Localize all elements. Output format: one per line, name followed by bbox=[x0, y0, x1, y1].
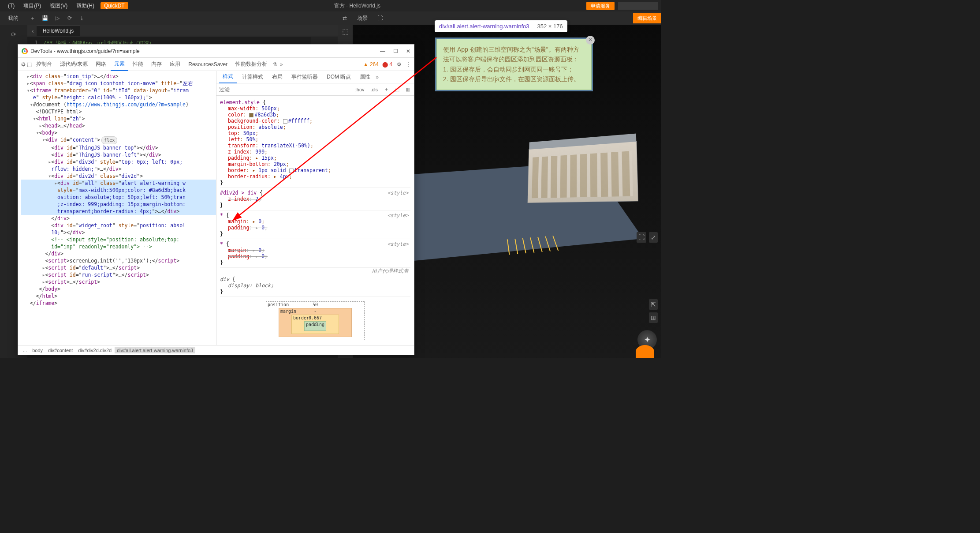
inspect-tooltip: div#all.alert.alert-warning.warninfo3 35… bbox=[435, 20, 567, 32]
hierarchy-icon[interactable]: ⛶ bbox=[374, 12, 386, 24]
window-title: 官方 - HelloWorld.js bbox=[128, 2, 586, 10]
styles-tab-styles[interactable]: 样式 bbox=[219, 71, 237, 83]
styles-tab-computed[interactable]: 计算样式 bbox=[238, 71, 267, 83]
avatar-area[interactable] bbox=[618, 2, 658, 10]
devtools-tabs: ⯐ ⬚ 控制台 源代码/来源 网络 元素 性能 内存 应用 ResourcesS… bbox=[18, 58, 414, 71]
tab-resourcessaver[interactable]: ResourcesSaver bbox=[185, 59, 231, 70]
styles-more-icon[interactable]: » bbox=[376, 74, 379, 80]
tab-console[interactable]: 控制台 bbox=[33, 58, 56, 71]
chat-bubble-icon[interactable] bbox=[636, 345, 654, 358]
scene-side-icons: ⇱ ⊞ bbox=[649, 299, 658, 323]
bc-div2d[interactable]: div#div2d.div2d bbox=[76, 347, 114, 353]
settings-icon[interactable]: ⇄ bbox=[339, 12, 351, 24]
warning-overlay: ✕ 使用 App 创建的三维空间称之为"场景"。有两种方法可以将客户端保存的园区… bbox=[436, 39, 592, 90]
tab-perf-insights[interactable]: 性能数据分析 bbox=[232, 58, 271, 71]
elements-panel[interactable]: ▸<div class="icon_tip">…</div> ▸<span cl… bbox=[18, 71, 216, 345]
editor-tab-bar: ‹ HelloWorld.js bbox=[27, 25, 338, 37]
devtools-titlebar[interactable]: DevTools - www.thingjs.com/guide/?m=samp… bbox=[18, 45, 414, 58]
refresh-icon[interactable]: ⟳ bbox=[0, 25, 27, 44]
close-window-icon[interactable]: ✕ bbox=[406, 48, 410, 54]
tab-network[interactable]: 网络 bbox=[92, 58, 110, 71]
menu-view[interactable]: 视图(V) bbox=[45, 2, 72, 10]
expand-icon[interactable]: ⛶ bbox=[637, 232, 646, 243]
more-icon[interactable]: ⋮ bbox=[406, 61, 411, 68]
devtools-window: DevTools - www.thingjs.com/guide/?m=samp… bbox=[18, 44, 414, 355]
computed-toggle-icon[interactable]: ⬚ bbox=[394, 86, 401, 92]
share-icon[interactable]: ⇱ bbox=[649, 299, 658, 310]
apply-service-button[interactable]: 申请服务 bbox=[586, 2, 615, 10]
cube-icon[interactable]: ⬚ bbox=[342, 27, 349, 36]
styles-filter-input[interactable] bbox=[219, 86, 350, 93]
styles-filter-bar: :hov .cls ＋ ⬚ ▥ bbox=[216, 83, 414, 96]
fullscreen-icon[interactable]: ⤢ bbox=[649, 232, 658, 243]
tab-memory[interactable]: 内存 bbox=[148, 58, 165, 71]
styles-tab-listeners[interactable]: 事件监听器 bbox=[288, 71, 321, 83]
cls-toggle[interactable]: .cls bbox=[369, 87, 380, 92]
elements-breadcrumb[interactable]: ... body div#content div#div2d.div2d div… bbox=[18, 345, 414, 355]
bc-body[interactable]: body bbox=[30, 347, 45, 353]
maximize-icon[interactable]: ☐ bbox=[393, 48, 398, 54]
styles-tab-layout[interactable]: 布局 bbox=[268, 71, 286, 83]
tab-performance[interactable]: 性能 bbox=[129, 58, 147, 71]
settings-gear-icon[interactable]: ⚙ bbox=[397, 61, 402, 68]
styles-tab-dom[interactable]: DOM 断点 bbox=[323, 71, 354, 83]
warning-badge[interactable]: ▲ 264 bbox=[363, 61, 379, 68]
building-model bbox=[528, 141, 638, 203]
tab-sources[interactable]: 源代码/来源 bbox=[56, 58, 91, 71]
bc-all[interactable]: div#all.alert.alert-warning.warninfo3 bbox=[115, 347, 195, 353]
chrome-icon bbox=[22, 48, 28, 54]
box-model[interactable]: position50 margin- border0.667 padding15 bbox=[220, 297, 410, 345]
device-icon[interactable]: ⬚ bbox=[27, 61, 32, 68]
styles-tabs: 样式 计算样式 布局 事件监听器 DOM 断点 属性 » bbox=[216, 71, 414, 83]
styles-tab-props[interactable]: 属性 bbox=[356, 71, 374, 83]
quickdt-badge[interactable]: QuickDT bbox=[101, 2, 128, 9]
error-badge[interactable]: ⬤ 4 bbox=[382, 61, 392, 68]
grid-icon[interactable]: ⊞ bbox=[649, 312, 658, 323]
top-menu-bar: (T) 项目(P) 视图(V) 帮助(H) QuickDT 官方 - Hello… bbox=[0, 0, 661, 11]
menu-project[interactable]: 项目(P) bbox=[19, 2, 45, 10]
inspect-dimensions: 352 × 176 bbox=[537, 23, 563, 30]
edit-scene-button[interactable]: 编辑场景 bbox=[633, 13, 661, 23]
flask-icon[interactable]: ⚗ bbox=[272, 61, 277, 68]
ua-stylesheet-label: 用户代理样式表 bbox=[220, 268, 410, 274]
tab-close-icon[interactable]: ‹ bbox=[29, 27, 37, 34]
more-tabs-icon[interactable]: » bbox=[278, 61, 285, 68]
editor-tab[interactable]: HelloWorld.js bbox=[37, 26, 80, 36]
save-icon[interactable]: 💾 bbox=[39, 12, 51, 24]
tab-elements[interactable]: 元素 bbox=[111, 57, 128, 71]
styles-panel: 样式 计算样式 布局 事件监听器 DOM 断点 属性 » :hov .cls ＋… bbox=[216, 71, 414, 345]
warn-p3: 2. 园区保存后导出tjs文件，在园区资源面板上传。 bbox=[443, 74, 585, 84]
styles-rules[interactable]: element.style { max-width: 500px; color:… bbox=[216, 96, 414, 345]
my-label[interactable]: 我的 bbox=[0, 15, 26, 22]
inspect-selector: div#all.alert.alert-warning.warninfo3 bbox=[439, 23, 529, 30]
devtools-title: DevTools - www.thingjs.com/guide/?m=samp… bbox=[30, 48, 140, 54]
minimize-icon[interactable]: — bbox=[380, 48, 385, 54]
hov-toggle[interactable]: :hov bbox=[354, 87, 366, 92]
scene-top-icons: ⛶ ⤢ bbox=[637, 232, 658, 243]
scene-label[interactable]: 场景 bbox=[351, 15, 374, 22]
menu-help[interactable]: 帮助(H) bbox=[72, 2, 99, 10]
bc-content[interactable]: div#content bbox=[46, 347, 75, 353]
panel-layout-icon[interactable]: ▥ bbox=[404, 86, 411, 92]
bc-more[interactable]: ... bbox=[21, 347, 29, 353]
inspect-icon[interactable]: ⯐ bbox=[21, 61, 26, 68]
close-icon[interactable]: ✕ bbox=[586, 36, 595, 45]
new-rule-icon[interactable]: ＋ bbox=[383, 86, 390, 93]
add-icon[interactable]: ＋ bbox=[26, 12, 39, 24]
play-icon[interactable]: ▷ bbox=[51, 12, 63, 24]
menu-t[interactable]: (T) bbox=[4, 3, 19, 9]
download-icon[interactable]: ⭳ bbox=[76, 12, 88, 24]
warn-p2: 1. 园区保存后，会自动同步到网页同一账号下； bbox=[443, 64, 585, 74]
warn-p1: 使用 App 创建的三维空间称之为"场景"。有两种方法可以将客户端保存的园区添加… bbox=[443, 45, 585, 64]
debug-icon[interactable]: ⟳ bbox=[63, 12, 76, 24]
tab-application[interactable]: 应用 bbox=[166, 58, 184, 71]
